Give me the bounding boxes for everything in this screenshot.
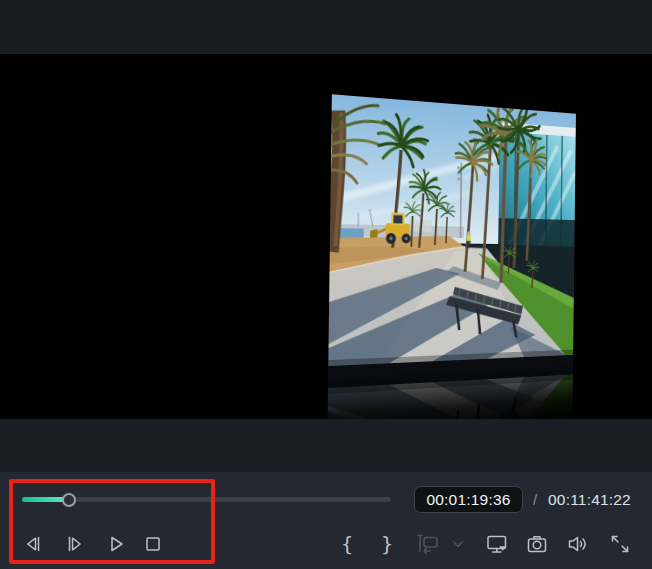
marker-button[interactable]: [413, 529, 443, 559]
volume-button[interactable]: [562, 529, 592, 559]
total-duration: 00:11:41:22: [548, 486, 631, 513]
play-button[interactable]: [101, 529, 131, 559]
previous-frame-button[interactable]: [18, 529, 48, 559]
video-preview-frame: [328, 94, 576, 377]
seek-handle[interactable]: [62, 493, 76, 507]
previous-frame-icon: [21, 532, 45, 556]
stage-lower-band: [0, 419, 652, 472]
mark-out-button[interactable]: }: [372, 529, 402, 559]
marker-dropdown-button[interactable]: [449, 529, 467, 559]
video-frame-image: [328, 94, 576, 377]
current-timecode-value: 00:01:19:36: [426, 491, 510, 509]
next-frame-button[interactable]: [60, 529, 90, 559]
preview-stage: [0, 54, 652, 419]
speaker-icon: [565, 532, 589, 556]
stop-icon: [141, 532, 165, 556]
fullscreen-button[interactable]: [605, 529, 635, 559]
top-toolbar: [0, 0, 652, 54]
play-icon: [104, 532, 128, 556]
play-on-second-display-button[interactable]: [482, 529, 512, 559]
playback-control-bar: 00:01:19:36 / 00:11:41:22 {: [0, 472, 652, 569]
stop-button[interactable]: [138, 529, 168, 559]
second-display-icon: [485, 532, 509, 556]
mark-in-button[interactable]: {: [332, 529, 362, 559]
mark-out-icon: }: [381, 529, 394, 559]
timecode-separator: /: [529, 486, 541, 513]
video-preview-panel: 00:01:19:36 / 00:11:41:22 {: [0, 0, 652, 569]
marker-icon: [415, 533, 441, 556]
chevron-down-icon: [451, 537, 465, 551]
fullscreen-expand-icon: [608, 532, 632, 556]
current-timecode[interactable]: 00:01:19:36: [414, 486, 523, 513]
camera-icon: [525, 532, 549, 556]
seek-slider[interactable]: [22, 497, 391, 502]
snapshot-button[interactable]: [522, 529, 552, 559]
mark-in-icon: {: [341, 529, 354, 559]
next-frame-icon: [63, 532, 87, 556]
